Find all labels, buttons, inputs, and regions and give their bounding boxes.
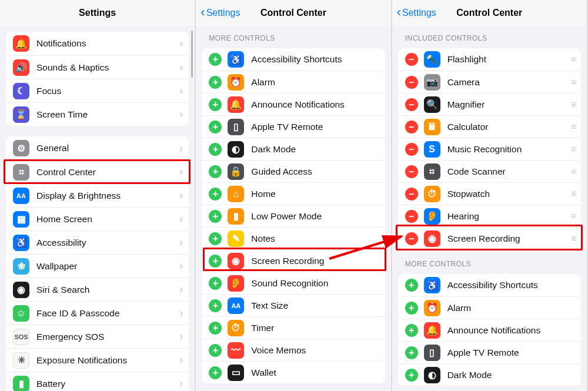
bell-icon: 🔔: [228, 96, 244, 113]
row-label: Accessibility Shortcuts: [251, 54, 379, 65]
notes-icon: ✎: [228, 230, 244, 247]
ear-icon: 👂: [228, 275, 244, 292]
control-row: +♿Accessibility Shortcuts: [202, 48, 385, 71]
camera-icon: 📷: [424, 74, 440, 91]
add-button[interactable]: +: [405, 279, 418, 292]
add-button[interactable]: +: [209, 255, 222, 268]
remove-button[interactable]: –: [405, 121, 418, 133]
add-button[interactable]: +: [209, 344, 222, 357]
settings-row[interactable]: ☺Face ID & Passcode›: [6, 301, 189, 325]
row-label: Announce Notifications: [447, 325, 575, 336]
add-button[interactable]: +: [209, 188, 222, 200]
control-row: +👂Sound Recognition: [202, 272, 385, 294]
add-button[interactable]: +: [209, 143, 222, 156]
settings-row[interactable]: SOSEmergency SOS›: [6, 325, 189, 348]
add-button[interactable]: +: [209, 53, 222, 66]
home-icon: ⌂: [228, 186, 244, 202]
drag-handle[interactable]: [571, 99, 575, 110]
settings-row[interactable]: ⌛Screen Time›: [6, 102, 189, 126]
add-button[interactable]: +: [405, 346, 418, 359]
row-label: Focus: [36, 86, 176, 96]
settings-row[interactable]: ✳Exposure Notifications›: [6, 348, 189, 372]
control-row: +♿Accessibility Shortcuts: [398, 274, 581, 296]
settings-row[interactable]: AADisplay & Brightness›: [6, 183, 189, 207]
included-row: –🖩Calculator: [398, 115, 581, 138]
settings-row[interactable]: ◉Siri & Search›: [6, 278, 189, 301]
remove-button[interactable]: –: [405, 53, 418, 66]
row-label: Voice Memos: [251, 345, 379, 356]
settings-row[interactable]: ♿Accessibility›: [6, 230, 189, 254]
settings-row[interactable]: ❀Wallpaper›: [6, 254, 189, 278]
hourglass-icon: ⌛: [13, 106, 29, 123]
settings-row[interactable]: ▮Battery›: [6, 372, 189, 391]
record-icon: ◉: [424, 230, 440, 247]
remove-button[interactable]: –: [405, 98, 418, 111]
drag-handle[interactable]: [571, 144, 575, 155]
row-label: Battery: [36, 379, 176, 389]
remove-button[interactable]: –: [405, 232, 418, 245]
control-row: +〰Voice Memos: [202, 339, 385, 361]
navbar-title: Settings: [79, 8, 116, 18]
exposure-icon: ✳: [13, 352, 29, 369]
drag-handle[interactable]: [571, 189, 575, 199]
control-row: +🔔Announce Notifications: [202, 93, 385, 115]
settings-row[interactable]: 🔊Sounds & Haptics›: [6, 55, 189, 79]
settings-row[interactable]: ▦Home Screen›: [6, 207, 189, 230]
drag-handle[interactable]: [571, 233, 575, 244]
remove-button[interactable]: –: [405, 210, 418, 223]
remove-button[interactable]: –: [405, 188, 418, 200]
add-button[interactable]: +: [209, 366, 222, 379]
add-button[interactable]: +: [209, 76, 222, 89]
add-button[interactable]: +: [405, 324, 418, 337]
pane-cc-included: ‹ Settings Control Center Included Contr…: [392, 0, 588, 391]
moon-icon: ☾: [13, 83, 29, 99]
drag-handle[interactable]: [571, 122, 575, 132]
access-icon: ♿: [424, 277, 440, 293]
pane-settings: Settings 🔔Notifications›🔊Sounds & Haptic…: [0, 0, 196, 391]
add-button[interactable]: +: [209, 322, 222, 335]
included-row: –SMusic Recognition: [398, 138, 581, 160]
remove-button[interactable]: –: [405, 165, 418, 178]
row-label: Stopwatch: [447, 189, 566, 199]
drag-handle[interactable]: [571, 54, 575, 65]
settings-row[interactable]: ☾Focus›: [6, 79, 189, 102]
chevron-right-icon: ›: [179, 85, 183, 97]
row-label: Home: [251, 189, 379, 199]
row-label: Apple TV Remote: [251, 122, 379, 132]
back-button[interactable]: ‹ Settings: [201, 6, 240, 19]
add-button[interactable]: +: [209, 98, 222, 111]
add-button[interactable]: +: [209, 277, 222, 290]
add-button[interactable]: +: [209, 121, 222, 133]
group-more: +♿Accessibility Shortcuts+⏰Alarm+🔔Announ…: [398, 274, 581, 386]
settings-row[interactable]: ⌗Control Center›: [6, 160, 189, 183]
settings-row[interactable]: 🔔Notifications›: [6, 32, 189, 55]
add-button[interactable]: +: [209, 165, 222, 178]
drag-handle[interactable]: [571, 166, 575, 177]
chevron-right-icon: ›: [179, 330, 183, 343]
included-row: –◉Screen Recording: [398, 227, 581, 249]
calc-icon: 🖩: [424, 119, 440, 135]
add-button[interactable]: +: [209, 232, 222, 245]
control-row: +◐Dark Mode: [202, 138, 385, 160]
bell-icon: 🔔: [424, 322, 440, 339]
add-button[interactable]: +: [209, 299, 222, 312]
drag-handle[interactable]: [571, 211, 575, 222]
scrollbar[interactable]: [191, 31, 193, 78]
flower-icon: ❀: [13, 258, 29, 275]
add-button[interactable]: +: [405, 302, 418, 315]
record-icon: ◉: [228, 253, 244, 269]
settings-row[interactable]: ⚙General›: [6, 136, 189, 160]
shazam-icon: S: [424, 141, 440, 158]
chevron-right-icon: ›: [179, 260, 183, 272]
remove-button[interactable]: –: [405, 76, 418, 89]
add-button[interactable]: +: [209, 210, 222, 223]
row-label: Camera: [447, 77, 566, 88]
pane-cc-more: ‹ Settings Control Center More Controls …: [196, 0, 392, 391]
remove-button[interactable]: –: [405, 143, 418, 156]
row-label: Screen Time: [36, 109, 176, 120]
add-button[interactable]: +: [405, 369, 418, 382]
dark-icon: ◐: [228, 141, 244, 158]
drag-handle[interactable]: [571, 77, 575, 88]
back-button[interactable]: ‹ Settings: [397, 6, 436, 19]
dark-icon: ◐: [424, 367, 440, 383]
